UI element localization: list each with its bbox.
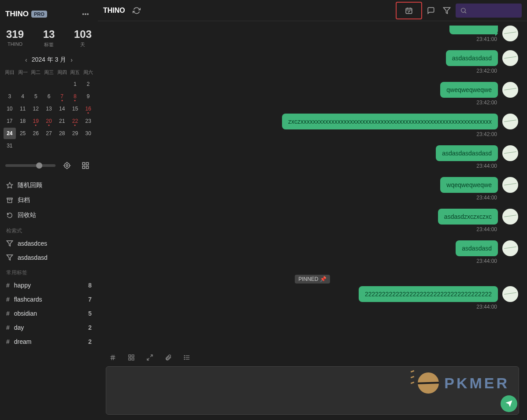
calendar-day[interactable]: 10 — [4, 103, 16, 114]
calendar-day — [43, 78, 55, 90]
nav-archive[interactable]: 归档 — [4, 193, 94, 208]
avatar[interactable] — [502, 50, 518, 66]
avatar[interactable] — [502, 177, 518, 193]
tag-count: 8 — [88, 282, 92, 289]
grid-icon[interactable] — [78, 158, 93, 173]
calendar-day[interactable]: 30 — [82, 128, 94, 139]
message-bubble[interactable] — [449, 26, 498, 34]
calendar-day[interactable]: 27 — [43, 128, 55, 139]
calendar-day[interactable]: 6 — [43, 91, 55, 102]
calendar-day — [17, 78, 29, 90]
stat-num: 319 — [6, 28, 24, 41]
expand-tool-icon[interactable] — [143, 350, 157, 365]
tag-item[interactable]: #day2 — [4, 321, 94, 335]
calendar-day[interactable]: 31 — [4, 140, 16, 151]
calendar-day[interactable]: 19 — [30, 115, 42, 127]
calendar-prev[interactable]: ‹ — [25, 56, 27, 63]
calendar-day[interactable]: 28 — [56, 128, 68, 139]
calendar-day[interactable]: 5 — [30, 91, 42, 102]
calendar-day[interactable]: 26 — [30, 128, 42, 139]
tag-item[interactable]: #dream2 — [4, 335, 94, 349]
tag-item[interactable]: #happy8 — [4, 278, 94, 292]
calendar-day[interactable]: 3 — [4, 91, 16, 102]
message-bubble[interactable]: wqeqweqweqwe — [440, 177, 498, 193]
svg-rect-30 — [132, 355, 134, 357]
message-bubble[interactable]: zxczxxxxxxxxxxxxxxxxxxxxxxxxxxxxxxxxxxxx… — [282, 114, 498, 129]
avatar[interactable] — [502, 82, 518, 98]
filter-label: asdasdces — [18, 240, 47, 247]
calendar-view-icon[interactable] — [396, 2, 422, 19]
calendar-day[interactable]: 4 — [17, 91, 29, 102]
target-icon[interactable] — [60, 158, 74, 173]
hash-tool-icon[interactable] — [106, 350, 120, 365]
calendar-day[interactable]: 15 — [69, 103, 82, 114]
attach-tool-icon[interactable] — [161, 350, 175, 365]
avatar[interactable] — [502, 114, 518, 129]
calendar-day[interactable]: 8 — [69, 91, 82, 102]
composer-textarea[interactable] — [106, 366, 519, 415]
avatar[interactable] — [502, 209, 518, 225]
svg-point-4 — [66, 165, 68, 167]
tag-item[interactable]: #obsidian5 — [4, 306, 94, 321]
refresh-icon[interactable] — [130, 4, 144, 18]
calendar-day[interactable]: 18 — [17, 115, 29, 127]
filter-item[interactable]: asdasdasd — [4, 251, 94, 265]
stats-row: 319THINO13标签103天 — [4, 26, 94, 54]
chat-scroll[interactable]: 23:41:00 asdasdasdasd 23:42:00 qweqweqwe… — [98, 21, 527, 346]
message-time: 23:42:00 — [476, 99, 497, 106]
stat-item[interactable]: 13标签 — [43, 28, 55, 48]
stat-item[interactable]: 103天 — [74, 28, 92, 48]
list-tool-icon[interactable] — [180, 350, 194, 365]
message-bubble[interactable]: asdasdasdasd — [446, 50, 498, 66]
search-input[interactable] — [456, 4, 522, 18]
calendar-day[interactable]: 17 — [4, 115, 16, 127]
calendar-day[interactable]: 22 — [69, 115, 82, 127]
avatar[interactable] — [502, 240, 518, 256]
calendar-day[interactable]: 7 — [56, 91, 68, 102]
calendar-day[interactable]: 12 — [30, 103, 42, 114]
message-block: asdasdasd 23:44:00 — [107, 240, 518, 266]
message-bubble[interactable]: qweqweqweqwe — [440, 82, 498, 98]
calendar-day[interactable]: 9 — [82, 91, 94, 102]
calendar-day[interactable]: 29 — [69, 128, 82, 139]
more-icon[interactable] — [78, 7, 93, 21]
calendar-day[interactable]: 24 — [4, 128, 16, 139]
calendar-day[interactable]: 20 — [43, 115, 55, 127]
nav-random[interactable]: 随机回顾 — [4, 178, 94, 193]
svg-line-34 — [147, 358, 149, 360]
calendar-day[interactable]: 14 — [56, 103, 68, 114]
tag-name: obsidian — [14, 310, 37, 317]
calendar-day[interactable]: 16 — [82, 103, 94, 114]
chat-view-icon[interactable] — [424, 4, 438, 18]
avatar[interactable] — [502, 26, 518, 41]
tag-count: 2 — [88, 338, 92, 345]
message-time: 23:44:00 — [476, 163, 497, 169]
send-button[interactable] — [501, 395, 517, 412]
calendar-day[interactable]: 2 — [82, 78, 94, 90]
message-bubble[interactable]: asdasdasd — [456, 240, 498, 256]
calendar-day[interactable]: 11 — [17, 103, 29, 114]
calendar-day[interactable]: 1 — [69, 78, 82, 90]
avatar[interactable] — [502, 145, 518, 161]
stat-item[interactable]: 319THINO — [6, 28, 24, 48]
calendar-day[interactable]: 21 — [56, 115, 68, 127]
filter-item[interactable]: asdasdces — [4, 236, 94, 251]
avatar[interactable] — [502, 286, 518, 302]
filter-icon[interactable] — [440, 4, 454, 18]
heatmap-slider[interactable] — [5, 164, 56, 167]
calendar-day[interactable]: 23 — [82, 115, 94, 127]
calendar-day[interactable]: 13 — [43, 103, 55, 114]
calendar-next[interactable]: › — [71, 56, 73, 63]
nav-trash[interactable]: 回收站 — [4, 208, 94, 223]
grid-tool-icon[interactable] — [124, 350, 138, 365]
svg-line-28 — [113, 355, 114, 360]
tag-item[interactable]: #flashcards7 — [4, 292, 94, 306]
svg-rect-32 — [132, 358, 134, 360]
message-bubble[interactable]: asdasdzxczxczxc — [438, 209, 498, 225]
svg-rect-10 — [86, 162, 89, 165]
hash-icon: # — [6, 310, 10, 317]
calendar-day[interactable]: 25 — [17, 128, 29, 139]
tag-name: day — [14, 324, 24, 331]
message-bubble[interactable]: asdasdasdasdasd — [436, 145, 498, 161]
message-bubble[interactable]: 2222222222222222222222222222222222222 — [359, 286, 498, 302]
